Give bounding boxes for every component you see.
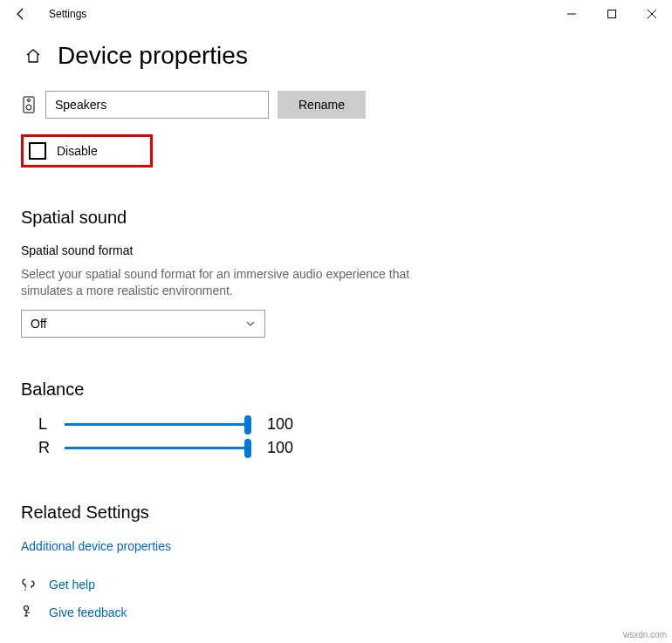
get-help-row[interactable]: Get help [21,577,127,592]
window-controls [552,0,672,28]
home-icon[interactable] [24,47,42,65]
related-settings-heading: Related Settings [21,503,651,523]
slider-thumb[interactable] [244,415,251,434]
speaker-icon [21,96,37,113]
balance-right-slider[interactable] [65,447,248,449]
disable-checkbox[interactable] [29,142,46,160]
disable-label: Disable [57,144,98,158]
maximize-button[interactable] [592,0,632,28]
back-arrow-icon [14,7,28,21]
device-name-input[interactable] [45,91,269,119]
device-name-row: Rename [21,91,651,119]
minimize-button[interactable] [552,0,592,28]
spatial-description: Select your spatial sound format for an … [21,266,431,299]
window-title: Settings [49,8,86,20]
page-title: Device properties [58,42,248,70]
balance-left-label: L [38,415,65,434]
disable-checkbox-highlight: Disable [21,134,153,168]
minimize-icon [567,10,576,18]
maximize-icon [607,10,616,18]
svg-point-5 [28,99,31,102]
slider-thumb[interactable] [244,439,251,458]
balance-left-row: L 100 [38,415,651,434]
svg-rect-1 [608,10,616,18]
svg-point-8 [24,606,29,611]
help-icon [21,577,37,592]
titlebar: Settings [0,0,672,28]
balance-right-value: 100 [267,439,293,457]
spatial-format-dropdown[interactable]: Off [21,310,265,338]
feedback-icon [21,605,37,620]
spatial-format-label: Spatial sound format [21,243,651,257]
svg-point-6 [26,105,31,110]
back-button[interactable] [7,0,35,28]
spatial-sound-heading: Spatial sound [21,208,651,228]
rename-button[interactable]: Rename [278,91,366,119]
watermark: wsxdn.com [623,630,667,640]
give-feedback-link[interactable]: Give feedback [49,605,127,619]
give-feedback-row[interactable]: Give feedback [21,605,127,620]
chevron-down-icon [245,318,256,329]
balance-right-row: R 100 [38,439,651,457]
balance-right-label: R [38,439,65,457]
content: Rename Disable Spatial sound Spatial sou… [0,91,672,554]
close-button[interactable] [632,0,672,28]
balance-heading: Balance [21,380,651,400]
get-help-link[interactable]: Get help [49,578,95,592]
dropdown-value: Off [31,317,46,331]
balance-left-value: 100 [267,415,293,434]
page-header: Device properties [0,28,672,91]
balance-left-slider[interactable] [65,423,248,426]
additional-device-properties-link[interactable]: Additional device properties [21,539,171,553]
svg-point-7 [24,589,26,591]
close-icon [648,10,656,18]
footer: Get help Give feedback [21,577,127,633]
